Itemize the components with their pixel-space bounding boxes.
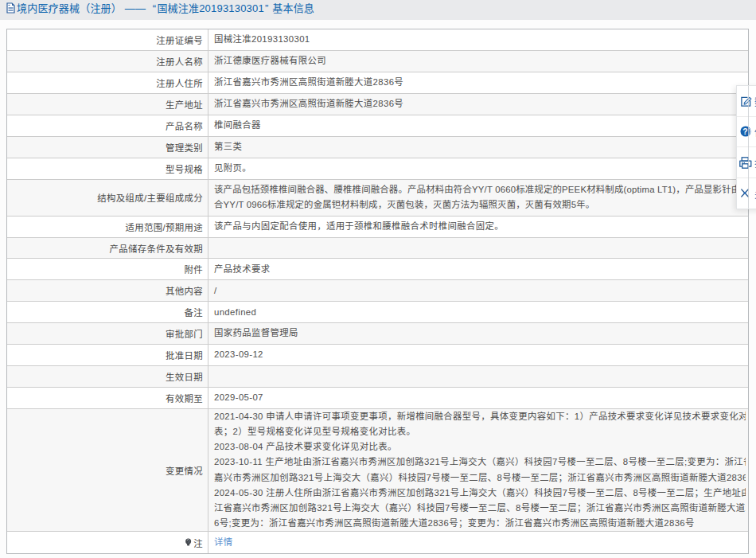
svg-text:?: ? (742, 127, 747, 136)
